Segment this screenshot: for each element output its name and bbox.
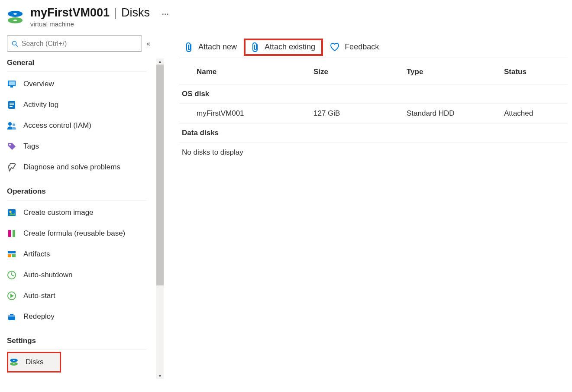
table-row[interactable]: myFirstVM001 127 GiB Standard HDD Attach… (179, 104, 568, 123)
svg-rect-19 (13, 230, 15, 237)
sidebar-item-formula[interactable]: Create formula (reusable base) (7, 223, 164, 244)
col-status[interactable]: Status (504, 68, 568, 76)
overview-icon (7, 79, 16, 89)
svg-rect-8 (10, 86, 13, 87)
col-type[interactable]: Type (407, 68, 504, 76)
sidebar-item-label: Auto-start (23, 292, 55, 300)
sidebar-item-auto-start[interactable]: Auto-start (7, 285, 164, 306)
svg-point-33 (13, 363, 15, 364)
feedback-button[interactable]: Feedback (324, 39, 385, 56)
scrollbar-thumb[interactable] (156, 65, 164, 285)
diagnose-icon (7, 162, 16, 172)
disks-icon (9, 357, 19, 367)
search-field[interactable] (22, 40, 137, 48)
sidebar-item-label: Artifacts (23, 250, 50, 259)
svg-rect-12 (10, 106, 13, 107)
scroll-down-icon[interactable]: ▼ (156, 373, 164, 379)
search-icon (12, 40, 18, 47)
formula-icon (7, 229, 16, 238)
vm-disk-icon (7, 9, 23, 25)
tags-icon (7, 142, 16, 151)
sidebar-item-overview[interactable]: Overview (7, 74, 164, 94)
sidebar-item-disks[interactable]: Disks (7, 352, 61, 373)
sidebar: « ▲ ▼ General Overview Activity log (0, 36, 164, 379)
data-disks-section: Data disks (179, 123, 568, 143)
svg-rect-7 (9, 81, 15, 85)
svg-point-13 (8, 122, 12, 126)
svg-rect-29 (8, 315, 15, 317)
scroll-up-icon[interactable]: ▲ (156, 58, 164, 65)
svg-rect-20 (8, 251, 16, 253)
sidebar-group-operations: Operations (7, 187, 146, 201)
svg-rect-21 (8, 254, 11, 257)
cell-name: myFirstVM001 (197, 109, 313, 118)
scrollbar[interactable]: ▲ ▼ (156, 58, 164, 379)
attach-new-button[interactable]: Attach new (179, 39, 243, 56)
sidebar-item-tags[interactable]: Tags (7, 136, 164, 157)
sidebar-item-label: Activity log (23, 100, 58, 109)
sidebar-item-label: Auto-shutdown (23, 271, 72, 279)
col-name[interactable]: Name (197, 68, 313, 76)
table-header: Name Size Type Status (179, 68, 568, 84)
collapse-sidebar-icon[interactable]: « (146, 40, 150, 48)
resource-type-label: virtual machine (30, 20, 169, 28)
svg-point-17 (10, 211, 12, 213)
empty-state: No disks to display (179, 143, 568, 162)
auto-start-icon (7, 291, 16, 301)
custom-image-icon (7, 208, 16, 217)
os-disk-section: OS disk (179, 84, 568, 104)
svg-point-31 (13, 360, 15, 361)
sidebar-item-label: Tags (23, 142, 39, 151)
svg-point-1 (13, 13, 17, 15)
svg-rect-10 (10, 103, 14, 104)
svg-rect-18 (8, 230, 11, 237)
page-header: myFirstVM001 | Disks ··· virtual machine (0, 0, 572, 28)
cell-type: Standard HDD (407, 109, 504, 118)
sidebar-group-settings: Settings (7, 337, 146, 350)
sidebar-item-label: Disks (26, 358, 44, 366)
heart-icon (330, 42, 339, 52)
paperclip-icon (252, 42, 259, 52)
access-control-icon (7, 121, 16, 130)
svg-line-25 (12, 275, 14, 276)
svg-point-3 (13, 19, 17, 21)
sidebar-item-auto-shutdown[interactable]: Auto-shutdown (7, 265, 164, 285)
svg-point-4 (12, 41, 16, 45)
sidebar-item-label: Overview (23, 80, 54, 88)
cell-status: Attached (504, 109, 568, 118)
activity-log-icon (7, 100, 16, 110)
svg-rect-22 (12, 254, 16, 257)
svg-line-5 (16, 45, 18, 46)
more-icon[interactable]: ··· (162, 10, 169, 18)
sidebar-group-general: General (7, 58, 146, 72)
redeploy-icon (7, 312, 16, 321)
sidebar-item-label: Redeploy (23, 312, 55, 321)
attach-existing-button[interactable]: Attach existing (244, 39, 323, 56)
main-content: Attach new Attach existing Feedback Name… (164, 36, 572, 379)
auto-shutdown-icon (7, 270, 16, 280)
sidebar-item-diagnose[interactable]: Diagnose and solve problems (7, 157, 164, 178)
artifacts-icon (7, 249, 16, 259)
paperclip-icon (185, 42, 193, 52)
sidebar-item-label: Create custom image (23, 208, 94, 217)
svg-point-15 (9, 144, 11, 146)
sidebar-item-redeploy[interactable]: Redeploy (7, 306, 164, 327)
toolbar: Attach new Attach existing Feedback (179, 36, 568, 58)
col-size[interactable]: Size (313, 68, 407, 76)
sidebar-item-label: Access control (IAM) (23, 121, 91, 130)
sidebar-item-label: Diagnose and solve problems (23, 163, 120, 172)
sidebar-item-activity-log[interactable]: Activity log (7, 94, 164, 115)
disks-table: Name Size Type Status OS disk myFirstVM0… (179, 68, 568, 162)
sidebar-item-label: Create formula (reusable base) (23, 229, 125, 238)
cell-size: 127 GiB (313, 109, 407, 118)
sidebar-item-custom-image[interactable]: Create custom image (7, 202, 164, 223)
svg-point-14 (13, 123, 15, 126)
page-title: myFirstVM001 | Disks ··· (30, 6, 169, 19)
sidebar-item-access-control[interactable]: Access control (IAM) (7, 115, 164, 136)
svg-rect-11 (10, 104, 14, 105)
sidebar-item-artifacts[interactable]: Artifacts (7, 244, 164, 265)
search-input[interactable] (7, 36, 142, 52)
